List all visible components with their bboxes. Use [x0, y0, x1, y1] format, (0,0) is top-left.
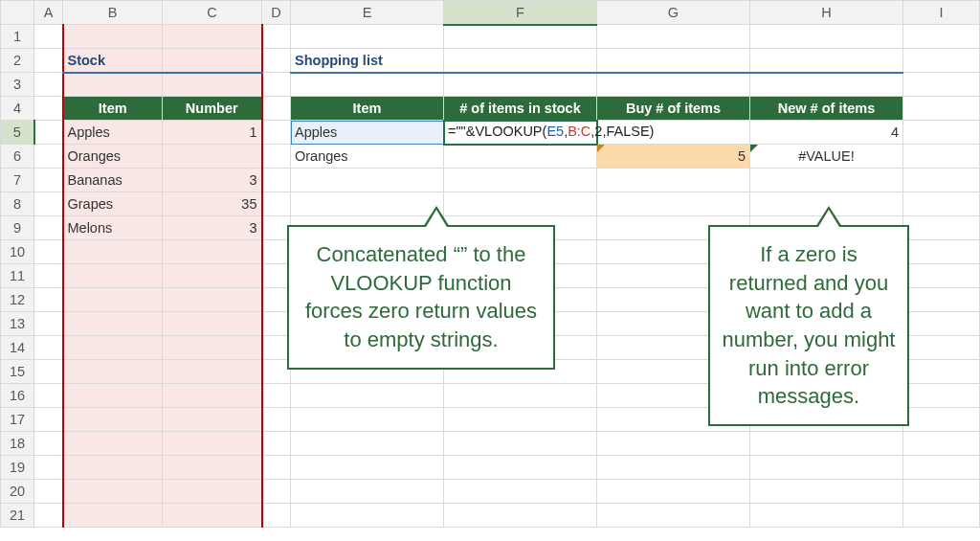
- cell[interactable]: [163, 288, 262, 312]
- cell[interactable]: [262, 504, 291, 528]
- cell[interactable]: [262, 384, 291, 408]
- cell[interactable]: [262, 336, 291, 360]
- cell[interactable]: [750, 169, 903, 192]
- cell[interactable]: [163, 480, 262, 504]
- cell[interactable]: [444, 480, 597, 504]
- row-header-1[interactable]: 1: [1, 25, 34, 49]
- cell[interactable]: [291, 456, 444, 480]
- cell[interactable]: [63, 288, 163, 312]
- row-header-10[interactable]: 10: [1, 240, 34, 264]
- stock-item[interactable]: Oranges: [63, 145, 163, 169]
- shopping-buy[interactable]: 5: [597, 145, 750, 169]
- cell[interactable]: [903, 504, 980, 528]
- cell[interactable]: [163, 360, 262, 384]
- cell[interactable]: [903, 121, 980, 145]
- col-header-A[interactable]: A: [34, 1, 63, 25]
- cell[interactable]: [903, 97, 980, 121]
- cell[interactable]: [903, 240, 980, 264]
- shopping-item[interactable]: Apples: [291, 121, 444, 145]
- cell[interactable]: [750, 49, 903, 73]
- stock-number[interactable]: 1: [163, 121, 262, 145]
- cell[interactable]: [163, 312, 262, 336]
- cell[interactable]: [903, 216, 980, 240]
- cell[interactable]: [262, 432, 291, 456]
- stock-header-item[interactable]: Item: [63, 97, 163, 121]
- cell[interactable]: [903, 360, 980, 384]
- cell[interactable]: [34, 504, 63, 528]
- cell[interactable]: [63, 336, 163, 360]
- cell[interactable]: [163, 336, 262, 360]
- shopping-header-new[interactable]: New # of items: [750, 97, 903, 121]
- row-header-6[interactable]: 6: [1, 145, 34, 169]
- cell[interactable]: [163, 240, 262, 264]
- stock-number[interactable]: [163, 145, 262, 169]
- row-header-7[interactable]: 7: [1, 169, 34, 192]
- cell[interactable]: [291, 432, 444, 456]
- cell[interactable]: [444, 145, 597, 169]
- cell[interactable]: [63, 384, 163, 408]
- cell[interactable]: [903, 408, 980, 432]
- col-header-D[interactable]: D: [262, 1, 291, 25]
- row-header-5[interactable]: 5: [1, 121, 34, 145]
- cell[interactable]: [903, 456, 980, 480]
- cell[interactable]: [63, 408, 163, 432]
- cell[interactable]: [34, 192, 63, 216]
- cell[interactable]: [34, 145, 63, 169]
- col-header-C[interactable]: C: [163, 1, 262, 25]
- cell[interactable]: [903, 192, 980, 216]
- cell[interactable]: [163, 73, 262, 97]
- cell[interactable]: [63, 264, 163, 288]
- cell[interactable]: [34, 97, 63, 121]
- cell[interactable]: [903, 73, 980, 97]
- cell[interactable]: [262, 264, 291, 288]
- cell[interactable]: [34, 121, 63, 145]
- cell[interactable]: [903, 480, 980, 504]
- stock-number[interactable]: 3: [163, 216, 262, 240]
- stock-item[interactable]: Melons: [63, 216, 163, 240]
- stock-title[interactable]: Stock: [63, 49, 163, 73]
- cell[interactable]: [262, 480, 291, 504]
- cell[interactable]: [34, 216, 63, 240]
- cell[interactable]: [63, 504, 163, 528]
- cell[interactable]: [262, 408, 291, 432]
- cell[interactable]: [903, 312, 980, 336]
- cell[interactable]: [63, 73, 163, 97]
- cell[interactable]: [903, 49, 980, 73]
- col-header-G[interactable]: G: [597, 1, 750, 25]
- cell[interactable]: [597, 49, 750, 73]
- row-header-8[interactable]: 8: [1, 192, 34, 216]
- stock-item[interactable]: Bananas: [63, 169, 163, 192]
- cell[interactable]: [34, 25, 63, 49]
- row-header-16[interactable]: 16: [1, 384, 34, 408]
- cell[interactable]: [34, 408, 63, 432]
- cell[interactable]: [34, 336, 63, 360]
- cell[interactable]: [163, 408, 262, 432]
- cell[interactable]: [262, 73, 291, 97]
- cell[interactable]: [903, 145, 980, 169]
- row-header-19[interactable]: 19: [1, 456, 34, 480]
- cell[interactable]: [34, 49, 63, 73]
- row-header-20[interactable]: 20: [1, 480, 34, 504]
- cell[interactable]: [444, 73, 597, 97]
- stock-item[interactable]: Grapes: [63, 192, 163, 216]
- cell[interactable]: [262, 192, 291, 216]
- row-header-11[interactable]: 11: [1, 264, 34, 288]
- cell[interactable]: [34, 360, 63, 384]
- cell[interactable]: [750, 432, 903, 456]
- cell[interactable]: [750, 504, 903, 528]
- cell[interactable]: [750, 25, 903, 49]
- cell[interactable]: [903, 432, 980, 456]
- stock-number[interactable]: 3: [163, 169, 262, 192]
- shopping-header-item[interactable]: Item: [291, 97, 444, 121]
- cell[interactable]: [163, 264, 262, 288]
- col-header-E[interactable]: E: [291, 1, 444, 25]
- cell[interactable]: [262, 97, 291, 121]
- cell[interactable]: [291, 73, 444, 97]
- cell[interactable]: [597, 432, 750, 456]
- cell[interactable]: [903, 25, 980, 49]
- cell[interactable]: [444, 49, 597, 73]
- cell[interactable]: [444, 432, 597, 456]
- row-header-2[interactable]: 2: [1, 49, 34, 73]
- cell[interactable]: [444, 192, 597, 216]
- cell[interactable]: [34, 456, 63, 480]
